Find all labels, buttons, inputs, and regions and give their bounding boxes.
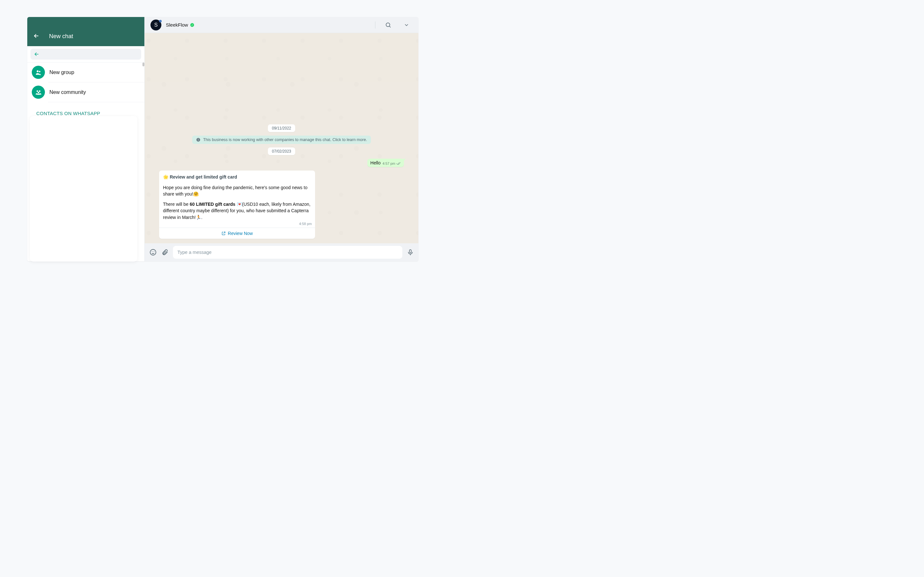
chat-avatar[interactable]: S — [150, 19, 162, 31]
search-input[interactable] — [46, 52, 138, 57]
svg-point-13 — [152, 251, 152, 252]
business-notice[interactable]: This business is now working with other … — [192, 135, 371, 144]
business-notice-row: This business is now working with other … — [159, 135, 404, 144]
back-icon[interactable] — [32, 32, 40, 40]
header-divider — [375, 21, 375, 29]
svg-point-14 — [153, 251, 154, 252]
date-separator: 09/11/2022 — [159, 124, 404, 132]
message-incoming-row: 🌟 Review and get limited gift card Hope … — [159, 171, 404, 239]
svg-line-8 — [389, 26, 391, 27]
new-group-label: New group — [49, 69, 74, 75]
search-chat-icon[interactable] — [384, 21, 393, 29]
message-bubble-incoming[interactable]: 🌟 Review and get limited gift card Hope … — [159, 171, 315, 239]
message-body: 🌟 Review and get limited gift card Hope … — [159, 171, 315, 222]
chat-header[interactable]: S SleekFlow — [145, 17, 418, 33]
contacts-section-header: CONTACTS ON WHATSAPP — [27, 102, 144, 118]
svg-point-6 — [37, 92, 39, 93]
chat-body[interactable]: 09/11/2022 This business is now working … — [145, 33, 418, 243]
chat-name: SleekFlow — [166, 22, 188, 27]
svg-point-12 — [150, 250, 156, 255]
left-header: New chat — [27, 17, 144, 46]
open-external-icon — [221, 231, 226, 235]
business-notice-text: This business is now working with other … — [203, 137, 367, 142]
message-bubble-outgoing[interactable]: Hello 4:57 pm — [367, 159, 404, 167]
svg-rect-15 — [409, 250, 411, 253]
message-headline: 🌟 Review and get limited gift card — [163, 174, 237, 179]
message-time: 4:57 pm — [383, 161, 395, 165]
search-back-icon[interactable] — [34, 51, 39, 57]
date-chip: 09/11/2022 — [268, 124, 295, 132]
svg-point-3 — [39, 71, 40, 72]
mic-icon[interactable] — [407, 249, 414, 256]
verified-badge-icon — [190, 23, 194, 27]
review-now-label: Review Now — [228, 231, 253, 236]
read-ticks-icon — [396, 161, 401, 165]
new-community-row[interactable]: New community — [27, 82, 144, 102]
date-chip: 07/02/2023 — [268, 147, 295, 155]
emoji-icon[interactable] — [149, 248, 157, 256]
review-now-button[interactable]: Review Now — [159, 227, 315, 239]
group-icon — [32, 66, 45, 79]
message-time: 4:58 pm — [159, 222, 315, 227]
search-row — [27, 46, 144, 63]
info-icon — [196, 137, 200, 142]
chat-input-bar — [145, 243, 418, 261]
chat-panel: S SleekFlow 09/11/2022 — [145, 17, 418, 261]
message-text: Hello — [370, 160, 381, 165]
svg-point-7 — [386, 23, 390, 27]
overlay-card — [30, 116, 137, 261]
message-paragraph: There will be 60 LIMITED gift cards 💌(US… — [163, 201, 311, 221]
svg-point-2 — [37, 70, 39, 72]
search-field[interactable] — [31, 49, 141, 60]
date-separator: 07/02/2023 — [159, 147, 404, 155]
left-header-title: New chat — [49, 33, 73, 40]
message-input[interactable] — [178, 250, 398, 255]
message-outgoing-row: Hello 4:57 pm — [159, 159, 404, 167]
svg-point-4 — [36, 90, 38, 92]
chat-menu-icon[interactable] — [402, 21, 411, 29]
message-paragraph: Hope you are doing fine during the pande… — [163, 184, 311, 197]
community-icon — [32, 85, 45, 99]
svg-rect-10 — [198, 139, 199, 141]
svg-point-5 — [39, 90, 40, 92]
svg-point-11 — [198, 139, 199, 139]
new-group-row[interactable]: New group — [27, 63, 144, 82]
scrollbar-thumb[interactable] — [142, 63, 144, 66]
new-community-label: New community — [49, 89, 86, 95]
compose-field[interactable] — [173, 246, 402, 259]
attach-icon[interactable] — [162, 249, 168, 256]
message-meta: 4:57 pm — [383, 161, 401, 165]
